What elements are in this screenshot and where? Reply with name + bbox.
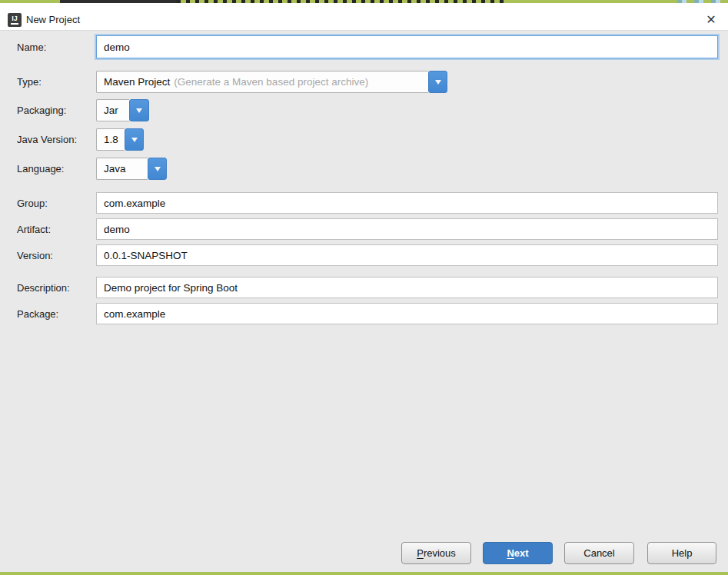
logo-underline (11, 23, 18, 25)
titlebar: IJ New Project ✕ (0, 3, 728, 31)
type-dropdown[interactable]: Maven Project (Generate a Maven based pr… (96, 71, 447, 93)
previous-button-label: revious (424, 547, 456, 559)
packaging-value-text: Jar (104, 105, 118, 116)
previous-button-mnemonic: P (417, 547, 424, 559)
cancel-button-label: Cancel (583, 547, 614, 559)
language-value-text: Java (104, 163, 126, 174)
packaging-dropdown[interactable]: Jar (96, 99, 149, 121)
logo-text: IJ (12, 15, 18, 22)
artifact-input[interactable] (96, 218, 718, 240)
type-dropdown-value[interactable]: Maven Project (Generate a Maven based pr… (96, 71, 428, 93)
new-project-dialog: IJ New Project ✕ Name: Type: Maven Proje… (0, 0, 728, 575)
help-button[interactable]: Help (647, 542, 716, 564)
java-version-value-text: 1.8 (104, 134, 118, 145)
package-input[interactable] (96, 303, 718, 324)
next-button[interactable]: Next (483, 542, 553, 564)
intellij-idea-logo-icon: IJ (8, 13, 22, 27)
desktop-background-strip-bottom (0, 572, 728, 575)
java-version-dropdown-button[interactable] (125, 128, 144, 151)
name-label: Name: (17, 35, 46, 58)
language-dropdown-value[interactable]: Java (96, 158, 148, 180)
version-input[interactable] (96, 244, 718, 266)
description-label: Description: (17, 277, 70, 298)
description-input[interactable] (96, 277, 718, 298)
close-icon[interactable]: ✕ (701, 9, 721, 29)
dropdown-arrow-icon (136, 108, 142, 113)
java-version-dropdown-value[interactable]: 1.8 (96, 128, 125, 151)
type-value-text: Maven Project (104, 76, 170, 88)
dropdown-arrow-icon (435, 80, 441, 85)
help-button-label: Help (672, 547, 693, 559)
type-value-hint: (Generate a Maven based project archive) (174, 76, 368, 88)
version-label: Version: (17, 244, 53, 266)
group-input[interactable] (96, 192, 718, 214)
language-dropdown[interactable]: Java (96, 158, 167, 180)
name-input[interactable] (96, 35, 718, 58)
java-version-dropdown[interactable]: 1.8 (96, 128, 144, 151)
java-version-label: Java Version: (17, 128, 77, 151)
type-label: Type: (17, 71, 42, 93)
dropdown-arrow-icon (155, 167, 161, 171)
next-button-label: ext (514, 547, 529, 559)
previous-button[interactable]: Previous (401, 542, 471, 564)
next-button-mnemonic: N (507, 547, 514, 559)
packaging-label: Packaging: (17, 99, 66, 121)
dropdown-arrow-icon (131, 138, 138, 142)
cancel-button[interactable]: Cancel (564, 542, 634, 564)
package-label: Package: (17, 303, 58, 324)
artifact-label: Artifact: (17, 218, 51, 240)
type-dropdown-button[interactable] (428, 71, 447, 93)
packaging-dropdown-button[interactable] (129, 99, 149, 121)
language-dropdown-button[interactable] (148, 158, 167, 180)
language-label: Language: (17, 158, 64, 180)
packaging-dropdown-value[interactable]: Jar (96, 99, 129, 121)
group-label: Group: (17, 192, 48, 214)
window-title: New Project (26, 6, 80, 33)
